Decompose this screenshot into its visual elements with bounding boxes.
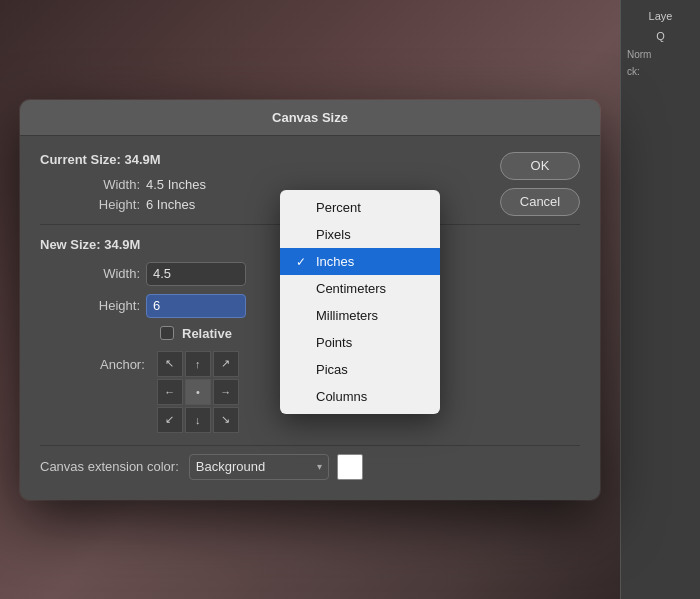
dialog-buttons: OK Cancel — [500, 152, 580, 216]
extension-color-label: Canvas extension color: — [40, 459, 179, 474]
anchor-sw[interactable]: ↙ — [157, 407, 183, 433]
dialog-title: Canvas Size — [272, 110, 348, 125]
anchor-w[interactable]: ← — [157, 379, 183, 405]
relative-checkbox[interactable] — [160, 326, 174, 340]
anchor-e[interactable]: → — [213, 379, 239, 405]
new-height-input[interactable] — [146, 294, 246, 318]
current-width-key: Width: — [80, 177, 140, 192]
right-panel-search: Q — [625, 28, 696, 44]
new-width-input[interactable] — [146, 262, 246, 286]
dropdown-item-columns[interactable]: Columns — [280, 383, 440, 410]
current-height-key: Height: — [80, 197, 140, 212]
anchor-grid: ↖ ↑ ↗ ← • → ↙ ↓ ↘ — [157, 351, 239, 433]
extension-color-swatch[interactable] — [337, 454, 363, 480]
new-height-label: Height: — [80, 298, 140, 313]
new-width-label: Width: — [80, 266, 140, 281]
dropdown-item-inches[interactable]: ✓ Inches — [280, 248, 440, 275]
current-width-value: 4.5 Inches — [146, 177, 206, 192]
current-size-label: Current Size: 34.9M — [40, 152, 580, 167]
dropdown-item-picas[interactable]: Picas — [280, 356, 440, 383]
anchor-n[interactable]: ↑ — [185, 351, 211, 377]
anchor-se[interactable]: ↘ — [213, 407, 239, 433]
unit-dropdown-menu: Percent Pixels ✓ Inches Centimeters Mill… — [280, 190, 440, 414]
check-inches: ✓ — [296, 255, 310, 269]
extension-color-select[interactable]: Background ▾ — [189, 454, 329, 480]
ok-button[interactable]: OK — [500, 152, 580, 180]
relative-label: Relative — [182, 326, 232, 341]
right-panel-lock: ck: — [625, 65, 696, 78]
anchor-label: Anchor: — [100, 357, 145, 372]
right-panel-layers: Laye — [625, 8, 696, 24]
extension-color-row: Canvas extension color: Background ▾ — [40, 445, 580, 480]
dropdown-item-percent[interactable]: Percent — [280, 194, 440, 221]
dropdown-item-centimeters[interactable]: Centimeters — [280, 275, 440, 302]
extension-select-chevron: ▾ — [317, 461, 322, 472]
dropdown-item-points[interactable]: Points — [280, 329, 440, 356]
dropdown-item-millimeters[interactable]: Millimeters — [280, 302, 440, 329]
right-panel: Laye Q Norm ck: — [620, 0, 700, 599]
anchor-center[interactable]: • — [185, 379, 211, 405]
cancel-button[interactable]: Cancel — [500, 188, 580, 216]
right-panel-norm: Norm — [625, 48, 696, 61]
current-height-value: 6 Inches — [146, 197, 195, 212]
anchor-s[interactable]: ↓ — [185, 407, 211, 433]
anchor-ne[interactable]: ↗ — [213, 351, 239, 377]
anchor-nw[interactable]: ↖ — [157, 351, 183, 377]
extension-select-value: Background — [196, 459, 265, 474]
dialog-titlebar: Canvas Size — [20, 100, 600, 136]
dropdown-item-pixels[interactable]: Pixels — [280, 221, 440, 248]
